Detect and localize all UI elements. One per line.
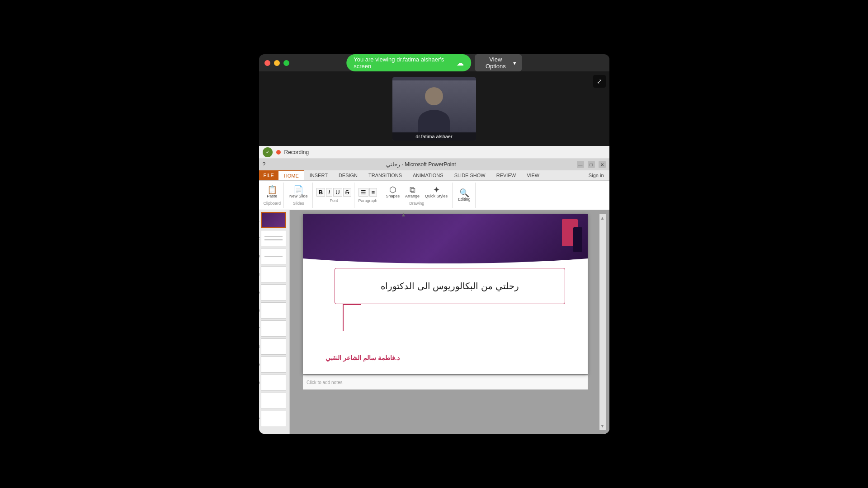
slide-thumb-4[interactable] xyxy=(261,266,286,282)
minimize-button[interactable] xyxy=(274,60,280,66)
align-button[interactable]: ≡ xyxy=(369,188,377,197)
slide-thumb-12[interactable] xyxy=(261,411,286,427)
editing-icon: 🔍 xyxy=(459,189,469,197)
ribbon-group-paragraph: ☰ ≡ Paragraph xyxy=(355,183,380,208)
slide-panel: 1 2 3 xyxy=(259,210,290,434)
ppt-close-btn[interactable]: ✕ xyxy=(599,161,606,168)
person-body xyxy=(418,110,450,132)
slide-thumb-5[interactable] xyxy=(261,284,286,300)
ribbon-group-font: B I U S Font xyxy=(314,183,355,208)
slide-header-shape xyxy=(303,214,588,263)
screen-share-banner: You are viewing dr.fatima alshaer's scre… xyxy=(346,54,522,71)
slide-thumb-11[interactable] xyxy=(261,393,286,409)
underline-button[interactable]: U xyxy=(333,188,342,197)
presenter-label: dr.fatima alshaer xyxy=(392,132,476,141)
tab-slideshow[interactable]: SLIDE SHOW xyxy=(449,170,491,180)
editing-button[interactable]: 🔍 Editing xyxy=(456,188,472,202)
slide-thumb-inner-1 xyxy=(262,213,285,227)
slide-thumb-3[interactable] xyxy=(261,248,286,264)
banner-pill: You are viewing dr.fatima alshaer's scre… xyxy=(346,54,471,71)
shapes-button[interactable]: ⬡ Shapes xyxy=(384,185,401,199)
ppt-title-bar: ? رحلتي · Microsoft PowerPoint — □ ✕ xyxy=(259,159,609,170)
cloud-icon: ☁ xyxy=(457,59,464,67)
ppt-restore-btn[interactable]: □ xyxy=(588,161,595,168)
slide-thumb-7[interactable] xyxy=(261,320,286,337)
ppt-title: رحلتي · Microsoft PowerPoint xyxy=(386,161,456,168)
expand-button[interactable]: ⤢ xyxy=(593,75,606,88)
tab-insert[interactable]: INSERT xyxy=(304,170,333,180)
paste-icon: 📋 xyxy=(267,186,277,194)
tab-animations[interactable]: ANIMATIONS xyxy=(407,170,449,180)
slide-thumb-2[interactable] xyxy=(261,230,286,246)
tab-home[interactable]: HOME xyxy=(278,170,304,180)
slide-connector-vertical xyxy=(343,304,344,331)
slide-canvas-area: رحلتي من البكالوريوس الى الدكتوراه د.فاط… xyxy=(290,210,609,434)
chevron-down-icon: ▾ xyxy=(513,60,516,66)
scroll-up-button[interactable]: ▲ xyxy=(401,211,406,218)
title-bar: You are viewing dr.fatima alshaer's scre… xyxy=(259,54,609,71)
person-head xyxy=(425,87,443,105)
new-slide-icon: 📄 xyxy=(293,186,303,194)
check-icon: ✓ xyxy=(263,147,273,157)
slide-arabic-title: رحلتي من البكالوريوس الى الدكتوراه xyxy=(381,281,519,291)
ppt-main-area: ▲ 1 2 xyxy=(259,210,609,434)
slide-author: د.فاطمة سالم الشاعر النقبي xyxy=(326,354,400,361)
close-button[interactable] xyxy=(264,60,270,66)
slide-thumb-10[interactable] xyxy=(261,375,286,391)
recording-dot xyxy=(276,150,281,155)
paste-button[interactable]: 📋 Paste xyxy=(265,185,279,199)
tab-review[interactable]: REVIEW xyxy=(491,170,521,180)
slide-thumb-8[interactable] xyxy=(261,338,286,355)
editing-label: Editing xyxy=(458,197,471,202)
slide-thumb-1[interactable] xyxy=(261,212,286,228)
italic-button[interactable]: I xyxy=(326,188,332,197)
slide-thumb-9[interactable] xyxy=(261,357,286,373)
fullscreen-button[interactable] xyxy=(283,60,289,66)
scroll-up-arrow[interactable]: ▲ xyxy=(600,215,605,221)
powerpoint-window: ? رحلتي · Microsoft PowerPoint — □ ✕ FIL… xyxy=(259,159,609,434)
arrange-button[interactable]: ⧉ Arrange xyxy=(403,185,421,199)
right-scrollbar[interactable]: ▲ ▼ xyxy=(599,214,606,430)
bullets-button[interactable]: ☰ xyxy=(359,188,368,197)
ribbon-group-clipboard: 📋 Paste Clipboard xyxy=(261,183,284,208)
slide-text-box[interactable]: رحلتي من البكالوريوس الى الدكتوراه xyxy=(335,268,565,304)
ppt-minimize-btn[interactable]: — xyxy=(577,161,584,168)
strikethrough-button[interactable]: S xyxy=(343,188,352,197)
recording-label: Recording xyxy=(284,149,309,155)
ribbon-content: 📋 Paste Clipboard 📄 New Slide Slides xyxy=(259,181,609,210)
banner-text: You are viewing dr.fatima alshaer's scre… xyxy=(354,56,453,70)
presenter-video: dr.fatima alshaer xyxy=(392,77,476,141)
video-area: dr.fatima alshaer ⤢ xyxy=(259,71,609,146)
shapes-icon: ⬡ xyxy=(389,186,396,194)
tab-transitions[interactable]: TRANSITIONS xyxy=(363,170,407,180)
presenter-figure xyxy=(392,80,476,132)
ribbon-group-editing: 🔍 Editing xyxy=(453,183,476,208)
view-options-label: View Options xyxy=(480,56,511,70)
arrange-icon: ⧉ xyxy=(410,186,415,194)
quick-styles-button[interactable]: ✦ Quick Styles xyxy=(423,185,449,199)
slide-notes[interactable]: Click to add notes xyxy=(303,375,588,389)
slide-dark-rect xyxy=(573,227,582,252)
scroll-down-arrow[interactable]: ▼ xyxy=(600,422,605,429)
slide-thumb-6[interactable] xyxy=(261,302,286,319)
tab-view[interactable]: VIEW xyxy=(521,170,545,180)
bold-button[interactable]: B xyxy=(316,188,326,197)
ribbon-tabs: FILE HOME INSERT DESIGN TRANSITIONS ANIM… xyxy=(259,170,609,181)
tab-file[interactable]: FILE xyxy=(259,170,278,180)
new-slide-button[interactable]: 📄 New Slide xyxy=(288,185,310,199)
sign-in-btn[interactable]: Sign in xyxy=(583,170,609,180)
ppt-window-controls: — □ ✕ xyxy=(577,161,606,168)
ribbon-group-drawing: ⬡ Shapes ⧉ Arrange ✦ Quick Styles Drawin… xyxy=(381,183,453,208)
main-window: You are viewing dr.fatima alshaer's scre… xyxy=(259,54,609,434)
slide-canvas[interactable]: رحلتي من البكالوريوس الى الدكتوراه د.فاط… xyxy=(303,214,588,374)
quick-styles-icon: ✦ xyxy=(433,186,440,194)
view-options-button[interactable]: View Options ▾ xyxy=(475,54,522,71)
recording-bar: ✓ Recording xyxy=(259,146,609,159)
ribbon: FILE HOME INSERT DESIGN TRANSITIONS ANIM… xyxy=(259,170,609,210)
ppt-help-icon: ? xyxy=(263,161,266,168)
tab-design[interactable]: DESIGN xyxy=(333,170,363,180)
slide-connector-horizontal xyxy=(343,304,361,305)
ribbon-group-slides: 📄 New Slide Slides xyxy=(285,183,313,208)
